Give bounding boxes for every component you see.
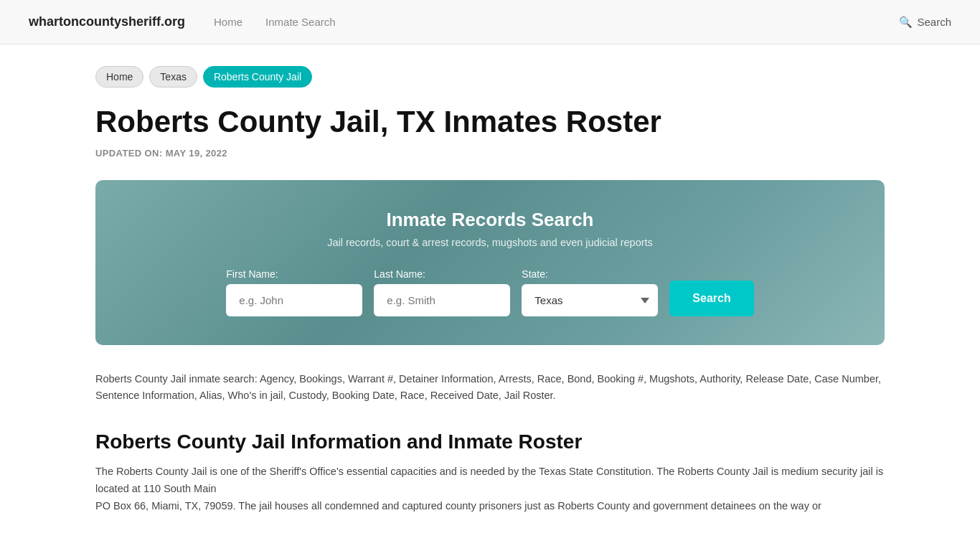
state-label: State: bbox=[522, 268, 548, 280]
first-name-group: First Name: bbox=[226, 268, 362, 316]
state-group: State: AlabamaAlaskaArizonaArkansasCalif… bbox=[522, 268, 658, 316]
first-name-input[interactable] bbox=[226, 284, 362, 316]
breadcrumb-current: Roberts County Jail bbox=[203, 66, 312, 88]
search-section-subtitle: Jail records, court & arrest records, mu… bbox=[131, 237, 849, 248]
last-name-input[interactable] bbox=[374, 284, 510, 316]
nav-links: Home Inmate Search bbox=[214, 16, 899, 28]
info-paragraph-1: The Roberts County Jail is one of the Sh… bbox=[95, 463, 885, 515]
info-section-heading: Roberts County Jail Information and Inma… bbox=[95, 430, 885, 453]
site-brand[interactable]: whartoncountysheriff.org bbox=[29, 14, 185, 29]
search-section-title: Inmate Records Search bbox=[131, 209, 849, 231]
breadcrumb-state[interactable]: Texas bbox=[149, 66, 197, 88]
state-select[interactable]: AlabamaAlaskaArizonaArkansasCaliforniaCo… bbox=[522, 284, 658, 316]
first-name-label: First Name: bbox=[226, 268, 278, 280]
main-content: Home Texas Roberts County Jail Roberts C… bbox=[67, 44, 913, 543]
breadcrumb-home[interactable]: Home bbox=[95, 66, 143, 88]
navbar: whartoncountysheriff.org Home Inmate Sea… bbox=[0, 0, 980, 44]
nav-inmate-search[interactable]: Inmate Search bbox=[265, 16, 336, 28]
inmate-records-search-section: Inmate Records Search Jail records, cour… bbox=[95, 180, 885, 345]
breadcrumb: Home Texas Roberts County Jail bbox=[95, 66, 885, 88]
search-icon: 🔍 bbox=[899, 16, 913, 29]
nav-search-label: Search bbox=[917, 16, 951, 28]
page-title: Roberts County Jail, TX Inmates Roster bbox=[95, 105, 885, 139]
search-button[interactable]: Search bbox=[669, 281, 753, 316]
last-name-group: Last Name: bbox=[374, 268, 510, 316]
last-name-label: Last Name: bbox=[374, 268, 425, 280]
nav-home[interactable]: Home bbox=[214, 16, 242, 28]
nav-search-button[interactable]: 🔍 Search bbox=[899, 16, 951, 29]
updated-date: UPDATED ON: MAY 19, 2022 bbox=[95, 148, 885, 159]
search-form: First Name: Last Name: State: AlabamaAla… bbox=[131, 268, 849, 316]
description-text: Roberts County Jail inmate search: Agenc… bbox=[95, 371, 885, 404]
